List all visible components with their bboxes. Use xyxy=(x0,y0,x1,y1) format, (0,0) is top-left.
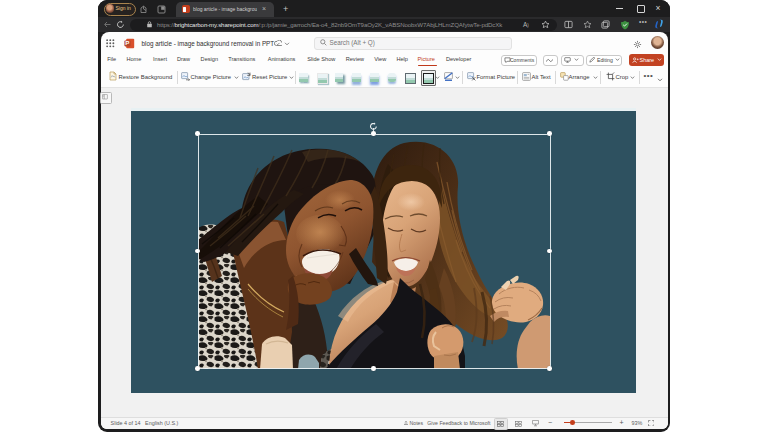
svg-text:P: P xyxy=(125,39,129,46)
